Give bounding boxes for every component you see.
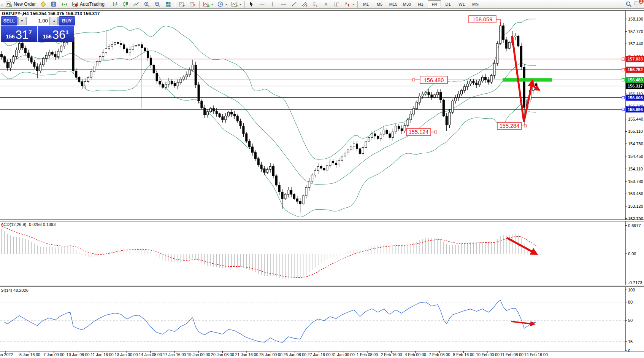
bar-chart-icon — [112, 1, 118, 7]
svg-text:13 Jan 00:00: 13 Jan 00:00 — [115, 352, 138, 357]
search-icon[interactable] — [625, 1, 632, 8]
profile-button[interactable] — [49, 0, 59, 8]
horizontal-line-icon — [280, 1, 287, 7]
mt4-window: New Order AutoTrading ▾ ▾ ▾ — [0, 0, 644, 358]
timeframe-m5[interactable]: M5 — [373, 0, 386, 8]
svg-text:7 Feb 08:00: 7 Feb 08:00 — [429, 352, 450, 357]
chart-shift-icon — [189, 1, 196, 7]
svg-text:F: F — [316, 5, 318, 7]
notifications-button[interactable]: 1 — [634, 0, 642, 8]
svg-text:153.780: 153.780 — [628, 179, 643, 184]
chart-shift-button[interactable] — [187, 0, 198, 8]
toolbar-right: 1 — [625, 0, 644, 8]
zoom-out-button[interactable] — [152, 0, 163, 8]
text-label-tool[interactable]: T — [332, 0, 342, 8]
svg-text:100: 100 — [628, 288, 635, 292]
sell-price-prefix: 156 — [6, 33, 14, 40]
svg-text:154.110: 154.110 — [628, 167, 643, 171]
market-watch-button[interactable] — [38, 0, 48, 8]
timeframe-w1[interactable]: W1 — [455, 0, 468, 8]
svg-text:154.780: 154.780 — [628, 142, 643, 146]
arrows-tool[interactable]: ▾ — [342, 0, 356, 8]
zoom-out-icon — [154, 1, 161, 7]
timeframe-h4[interactable]: H4 — [428, 0, 441, 8]
svg-text:21 Jan 16:00: 21 Jan 16:00 — [235, 352, 259, 357]
signal-icon — [61, 1, 68, 7]
volume-input[interactable]: 1.00 — [26, 17, 50, 25]
templates-button[interactable]: ▾ — [229, 0, 243, 8]
volume-decrease-button[interactable]: ▼ — [18, 17, 25, 25]
trade-controls-row: SELL ▼ 1.00 ▲ BUY — [1, 17, 75, 25]
timeframe-m1[interactable]: M1 — [359, 0, 373, 8]
one-click-trading-panel: SELL ▼ 1.00 ▲ BUY 156317 156361 — [1, 17, 75, 42]
indicators-button[interactable]: ▾ — [201, 0, 215, 8]
svg-text:an 2022: an 2022 — [0, 352, 13, 357]
chevron-down-icon: ▾ — [240, 3, 241, 6]
volume-increase-button[interactable]: ▲ — [51, 17, 58, 25]
svg-text:154.450: 154.450 — [628, 154, 643, 159]
tile-windows-button[interactable] — [163, 0, 173, 8]
separator — [357, 1, 358, 8]
buy-button[interactable]: BUY — [59, 16, 75, 25]
chart-canvas[interactable]: 158.100157.770157.440157.110156.780156.4… — [0, 0, 644, 358]
sell-button[interactable]: SELL — [1, 16, 17, 25]
svg-text:156.317: 156.317 — [628, 84, 643, 88]
toolbar-grip — [1, 1, 3, 8]
text-label-icon: T — [333, 1, 340, 7]
svg-text:27 Jan 16:00: 27 Jan 16:00 — [308, 352, 331, 357]
horizontal-line-tool[interactable] — [278, 0, 289, 8]
line-chart-icon — [133, 1, 140, 7]
svg-text:T: T — [336, 2, 338, 6]
buy-price-display[interactable]: 156361 — [38, 26, 74, 42]
svg-text:31 Jan 00:00: 31 Jan 00:00 — [332, 352, 355, 357]
autotrading-label: AutoTrading — [80, 2, 105, 7]
svg-text:155.696: 155.696 — [628, 107, 643, 112]
market-sell-icon — [40, 1, 46, 7]
separator — [175, 1, 175, 8]
text-tool[interactable]: A — [321, 0, 331, 8]
candlestick-chart-button[interactable] — [121, 0, 131, 8]
svg-text:10 Jan 08:00: 10 Jan 08:00 — [67, 352, 90, 357]
trade-quotes-row: 156317 156361 — [1, 26, 75, 42]
text-icon: A — [323, 1, 329, 7]
trendline-tool[interactable] — [289, 0, 299, 8]
bar-chart-button[interactable] — [110, 0, 120, 8]
autotrading-icon — [72, 1, 78, 7]
periods-button[interactable]: ▾ — [215, 0, 229, 8]
timeframe-mn[interactable]: MN — [469, 0, 482, 8]
svg-text:157.770: 157.770 — [628, 29, 643, 34]
signals-button[interactable] — [59, 0, 70, 8]
rsi-indicator-label: SI(14) 48.2026 — [1, 288, 29, 293]
templates-icon — [231, 1, 238, 7]
timeframe-m30[interactable]: M30 — [400, 0, 414, 8]
fibonacci-tool[interactable]: F — [310, 0, 320, 8]
timeframe-group: M1M5M15M30H1H4D1W1MN — [359, 0, 482, 8]
sell-price-display[interactable]: 156317 — [1, 26, 37, 42]
svg-text:26 Jan 08:00: 26 Jan 08:00 — [283, 352, 306, 357]
rsi-panel-separator[interactable] — [0, 285, 644, 287]
vertical-line-icon — [270, 1, 276, 7]
timeframe-d1[interactable]: D1 — [441, 0, 455, 8]
crosshair-tool[interactable] — [257, 0, 267, 8]
autotrading-button[interactable]: AutoTrading — [70, 0, 106, 8]
channel-tool[interactable]: E — [300, 0, 310, 8]
auto-scroll-button[interactable] — [177, 0, 187, 8]
svg-text:0.6977: 0.6977 — [628, 223, 641, 228]
candlestick-chart-icon — [122, 1, 129, 7]
svg-text:155.284: 155.284 — [500, 123, 519, 129]
zoom-in-button[interactable] — [142, 0, 152, 8]
svg-text:11 Feb 08:00: 11 Feb 08:00 — [500, 352, 523, 357]
svg-text:156.480: 156.480 — [628, 78, 643, 82]
macd-panel-separator[interactable] — [0, 220, 644, 221]
new-order-button[interactable]: New Order — [4, 0, 38, 8]
svg-text:25 Jan 00:00: 25 Jan 00:00 — [259, 352, 282, 357]
cursor-tool[interactable] — [246, 0, 257, 8]
svg-text:20 Jan 08:00: 20 Jan 08:00 — [211, 352, 234, 357]
vertical-line-tool[interactable] — [268, 0, 278, 8]
timeframe-m15[interactable]: M15 — [387, 0, 400, 8]
line-chart-button[interactable] — [131, 0, 141, 8]
svg-text:155.440: 155.440 — [628, 117, 643, 121]
svg-text:156.480: 156.480 — [424, 77, 444, 83]
timeframe-h1[interactable]: H1 — [414, 0, 427, 8]
svg-text:0.00: 0.00 — [628, 251, 636, 256]
